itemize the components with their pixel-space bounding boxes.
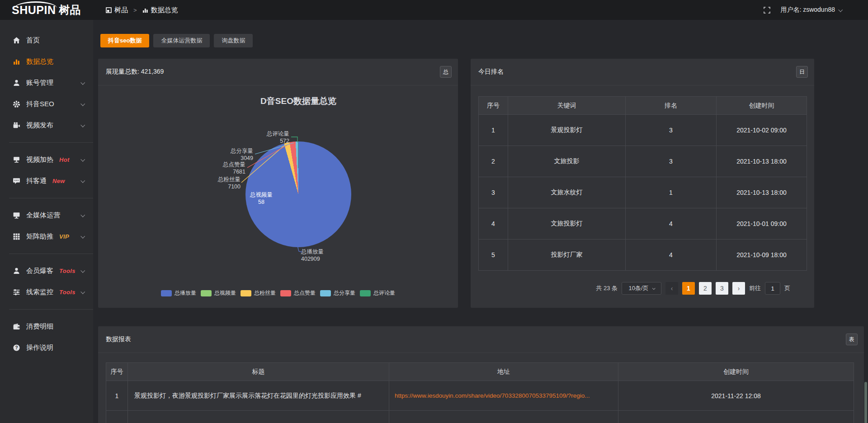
- breadcrumb-item-root[interactable]: 树品: [106, 6, 128, 14]
- legend-label: 总播放量: [175, 289, 196, 297]
- goto-label: 前往: [749, 284, 761, 292]
- table-cell: 3: [479, 177, 508, 208]
- chevron-down-icon: [80, 80, 85, 85]
- sidebar-item-media-operation[interactable]: 全媒体运营: [0, 205, 93, 226]
- chart-legend: 总播放量总视频量总粉丝量总点赞量总分享量总评论量: [98, 289, 458, 297]
- screen-lines-icon: [12, 156, 20, 164]
- column-header: 排名: [626, 97, 717, 115]
- prev-page-button[interactable]: ‹: [665, 282, 678, 295]
- sidebar-item-video-publish[interactable]: 视频发布: [0, 115, 93, 136]
- sidebar-divider: [0, 247, 93, 260]
- next-page-button[interactable]: ›: [732, 282, 745, 295]
- page-button-1[interactable]: 1: [682, 282, 695, 295]
- pie-label-1: 总视频量58: [239, 191, 284, 206]
- table-row: 5投影灯厂家42021-10-09 18:00: [479, 240, 807, 271]
- page-scrollbar[interactable]: [864, 382, 867, 423]
- legend-chip: [280, 290, 291, 296]
- table-cell: 4: [626, 240, 717, 271]
- overview-total-button[interactable]: 总: [440, 66, 452, 78]
- sidebar-item-badge: Tools: [59, 289, 75, 296]
- goto-page-input[interactable]: 1: [765, 282, 780, 295]
- sidebar-item-douyin-seo[interactable]: 抖音SEO: [0, 94, 93, 115]
- breadcrumb-item-current[interactable]: 数据总览: [142, 6, 178, 14]
- page-button-3[interactable]: 3: [716, 282, 728, 295]
- table-cell: 景观投影灯，夜游景观投影灯厂家展示展示落花灯在花园里的灯光投影应用效果 #: [128, 381, 389, 411]
- legend-item-5[interactable]: 总评论量: [360, 289, 395, 297]
- table-header-row: 序号标题地址创建时间: [106, 363, 854, 381]
- pie-label-name: 总视频量: [250, 192, 273, 198]
- report-table-button[interactable]: 表: [846, 334, 858, 345]
- table-cell: 4: [479, 208, 508, 240]
- table-cell: 1: [626, 177, 717, 208]
- ranking-day-button[interactable]: 日: [796, 66, 808, 78]
- table-cell: 4: [626, 208, 717, 240]
- pie-label-value: 7100: [195, 183, 241, 190]
- data-tabs: 抖音seo数据全媒体运营数据询盘数据: [100, 34, 253, 47]
- table-cell: 2021-10-13 18:00: [717, 146, 807, 177]
- pie-label-name: 总播放量: [301, 249, 324, 255]
- monitor-icon: [12, 212, 20, 220]
- chevron-down-icon: [652, 287, 655, 290]
- sidebar-item-label: 抖客通: [26, 177, 47, 185]
- breadcrumb: 树品 > 数据总览: [106, 6, 178, 14]
- legend-label: 总视频量: [214, 289, 236, 297]
- pie-label-5: 总评论量572: [244, 130, 289, 145]
- ranking-table: 序号关键词排名创建时间1景观投影灯32021-10-02 09:002文旅投影3…: [478, 96, 807, 271]
- page-size-select[interactable]: 10条/页: [622, 282, 661, 295]
- main-content: 抖音seo数据全媒体运营数据询盘数据 展现量总数: 421,369 总 D音SE…: [93, 20, 868, 423]
- sidebar-item-account-manage[interactable]: 账号管理: [0, 72, 93, 94]
- sidebar-divider: [0, 303, 93, 316]
- sidebar-item-clue-monitor[interactable]: 线索监控Tools: [0, 282, 93, 303]
- ranking-panel-header: 今日排名 日: [471, 59, 814, 85]
- logo-text-cn: 树品: [59, 3, 80, 17]
- sidebar-item-label: 全媒体运营: [26, 211, 60, 220]
- app-logo[interactable]: SHUPIN 树品: [0, 0, 93, 20]
- wallet-icon: [12, 323, 20, 331]
- legend-item-0[interactable]: 总播放量: [161, 289, 196, 297]
- tab-inquiry-data[interactable]: 询盘数据: [214, 34, 253, 47]
- sliders-icon: [12, 288, 20, 296]
- breadcrumb-separator: >: [133, 7, 137, 14]
- tab-media-operation-data[interactable]: 全媒体运营数据: [153, 34, 210, 47]
- table-cell: 文旅投影灯: [508, 208, 626, 240]
- pie-label-3: 总点赞量7681: [200, 161, 245, 175]
- table-header-row: 序号关键词排名创建时间: [479, 97, 807, 115]
- pie-label-value: 58: [239, 198, 284, 206]
- legend-item-3[interactable]: 总点赞量: [280, 289, 316, 297]
- sidebar-item-member-baoke[interactable]: 会员爆客Tools: [0, 260, 93, 282]
- sidebar-item-consume-detail[interactable]: 消费明细: [0, 316, 93, 337]
- sidebar-item-operation-guide[interactable]: ?操作说明: [0, 337, 93, 358]
- user-icon: [12, 79, 20, 87]
- video-link[interactable]: https://www.iesdouyin.com/share/video/70…: [389, 381, 618, 411]
- page-button-2[interactable]: 2: [699, 282, 712, 295]
- legend-item-4[interactable]: 总分享量: [320, 289, 355, 297]
- sidebar-divider: [0, 192, 93, 205]
- chevron-down-icon: [838, 7, 843, 12]
- table-cell: 文旅水纹灯: [508, 177, 626, 208]
- user-menu[interactable]: 用户名: zswodun88: [780, 6, 842, 14]
- pagination-total: 共 23 条: [596, 284, 618, 292]
- pie-label-value: 572: [244, 137, 289, 145]
- fullscreen-icon[interactable]: [764, 7, 770, 14]
- sidebar-item-data-overview[interactable]: 数据总览: [0, 51, 93, 72]
- table-cell: 1: [479, 115, 508, 146]
- chevron-down-icon: [80, 234, 85, 239]
- sidebar-item-matrix-boost[interactable]: 矩阵助推VIP: [0, 226, 93, 247]
- legend-item-2[interactable]: 总粉丝量: [241, 289, 276, 297]
- legend-item-1[interactable]: 总视频量: [201, 289, 236, 297]
- sidebar-item-home[interactable]: 首页: [0, 30, 93, 51]
- table-row: 3文旅水纹灯12021-10-13 18:00: [479, 177, 807, 208]
- breadcrumb-label: 树品: [114, 6, 128, 14]
- sidebar-item-video-heat[interactable]: 视频加热Hot: [0, 149, 93, 170]
- chevron-down-icon: [80, 213, 85, 217]
- sidebar-item-douketong[interactable]: 抖客通New: [0, 170, 93, 192]
- chevron-down-icon: [80, 123, 85, 127]
- legend-chip: [201, 290, 212, 296]
- table-cell: 3: [626, 115, 717, 146]
- grid-icon: [12, 233, 20, 241]
- report-table: 序号标题地址创建时间1景观投影灯，夜游景观投影灯厂家展示展示落花灯在花园里的灯光…: [106, 362, 854, 423]
- overview-panel-header: 展现量总数: 421,369 总: [98, 59, 458, 85]
- tab-douyin-seo-data[interactable]: 抖音seo数据: [100, 34, 149, 47]
- overview-panel: 展现量总数: 421,369 总 D音SEO数据量总览 总播放量402909总视…: [98, 59, 458, 308]
- column-header: 创建时间: [618, 363, 854, 381]
